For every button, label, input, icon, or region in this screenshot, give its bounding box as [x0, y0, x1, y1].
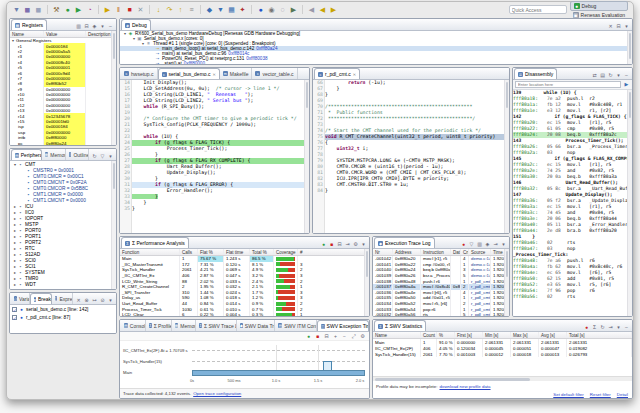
trace-config-link[interactable]: Open trace configuration — [193, 391, 241, 396]
clear-icon[interactable]: ⊟ — [336, 241, 343, 248]
stop-icon[interactable]: ■ — [328, 241, 335, 248]
zoom-out-icon[interactable]: − — [341, 333, 348, 340]
last-edit-icon[interactable]: ◀ — [307, 5, 316, 14]
export-icon[interactable]: ⇥ — [607, 324, 614, 331]
register-row[interactable]: pc0xfff80a24 — [10, 140, 116, 145]
start-trace-icon[interactable]: ● — [305, 333, 312, 340]
line-number-gutter[interactable]: 1415161718192021222324252627282930313233… — [120, 80, 132, 233]
clear-icon[interactable]: ⊟ — [323, 333, 330, 340]
footer-action-detail[interactable]: Detail — [617, 392, 628, 397]
view-menu-icon[interactable]: ▾ — [107, 153, 114, 160]
tab-hwsetup-c[interactable]: chwsetup.c — [121, 68, 158, 79]
fit-icon[interactable]: ⤢ — [350, 333, 357, 340]
tab-debug[interactable]: ◈Debug — [121, 19, 151, 30]
debug-scrollbar[interactable] — [627, 31, 632, 64]
close-icon[interactable]: ✕ — [353, 72, 356, 77]
columns-icon[interactable]: ▥ — [476, 241, 483, 248]
debug-tree-item[interactable]: ➝_start() at0xfff80000 — [120, 61, 632, 64]
tab-swv-trace-log[interactable]: ΣΣ SWV Trace Log — [196, 320, 236, 331]
perspective-debug[interactable]: ●Debug — [570, 1, 628, 11]
tab-swv-data-trace[interactable]: ◆SWV Data Trace — [237, 320, 276, 331]
view-menu-icon[interactable]: ▾ — [615, 72, 622, 79]
record-icon[interactable]: ● — [583, 324, 590, 331]
forward-icon[interactable]: ▶ — [329, 5, 338, 14]
record-icon[interactable]: ● — [460, 241, 467, 248]
editor-right-code[interactable]: 66676869707172737475767778798081828384 r… — [313, 80, 509, 233]
quick-access-input[interactable] — [509, 5, 567, 14]
tab-serial-bus-demo-c[interactable]: cserial_bus_demo.c✕ — [158, 68, 220, 79]
tab-console[interactable]: ▤Console — [121, 320, 146, 331]
tab-r-pdl-cmt-c[interactable]: cr_pdl_cmt.c✕ — [314, 68, 360, 79]
trace-icon[interactable]: ✦ — [238, 5, 247, 14]
export-icon[interactable]: ⇥ — [492, 241, 499, 248]
stats-row[interactable]: SysTick_Handler(15)20617.70 %0.0010030.0… — [373, 351, 632, 357]
reset-icon[interactable]: ◆ — [205, 5, 214, 14]
tab-disassembly[interactable]: ≣Disassembly — [514, 68, 557, 79]
view-menu-icon[interactable]: ▾ — [360, 241, 367, 248]
run-icon[interactable]: ▶ — [74, 5, 83, 14]
performance-row[interactable]: LCD_Clear60.22 %0.004 s0.3 %1 — [120, 312, 369, 316]
footer-action-reset-filter[interactable]: Reset filter — [590, 392, 611, 397]
memory-icon[interactable]: ▦ — [227, 5, 236, 14]
tab-expressions[interactable]: ∑Expressions — [52, 293, 73, 304]
configure-icon[interactable]: ⚙ — [352, 241, 359, 248]
tab-vector-table-c[interactable]: cvector_table.c — [252, 68, 297, 79]
pin-icon[interactable]: ◈ — [91, 23, 98, 30]
tab-performance-analysis[interactable]: ΣΣ Performance Analysis — [121, 237, 189, 248]
export-icon[interactable]: ⇥ — [344, 241, 351, 248]
line-number-gutter[interactable]: 66676869707172737475767778798081828384 — [313, 80, 325, 233]
refresh-icon[interactable]: ↻ — [599, 324, 606, 331]
tab-outline[interactable]: ≡Outline — [66, 149, 89, 160]
code-column[interactable]: return (-1u); }}/***********************… — [325, 80, 509, 233]
disconnect-icon[interactable]: ✕ — [136, 5, 145, 14]
performance-scrollbar[interactable] — [364, 249, 369, 316]
collapse-all-icon[interactable]: ⊟ — [615, 23, 622, 30]
tab-variables[interactable]: ◇Variables — [11, 293, 30, 304]
close-icon[interactable]: ✕ — [212, 72, 215, 77]
disassembly-line[interactable]: fff80a56:02rts — [513, 294, 632, 300]
view-menu-icon[interactable]: ▾ — [615, 324, 622, 331]
tracelog-scrollbar[interactable] — [504, 249, 509, 316]
save-icon[interactable]: ◼ — [23, 5, 32, 14]
back-icon[interactable]: ◀ — [318, 5, 327, 14]
link-with-editor-icon[interactable]: ⇄ — [591, 72, 598, 79]
view-menu-icon[interactable]: ▾ — [107, 297, 114, 304]
step-into-icon[interactable]: ↓ — [154, 5, 163, 14]
peripherals-scrollbar[interactable] — [111, 161, 116, 289]
suspend-icon[interactable]: ‖ — [114, 5, 123, 14]
build-icon[interactable]: ⚒ — [52, 5, 61, 14]
instruction-step-icon[interactable]: ≡ — [187, 5, 196, 14]
view-menu-icon[interactable]: ▾ — [623, 23, 630, 30]
refresh-icon[interactable]: ↻ — [607, 72, 614, 79]
tab-breakpoints[interactable]: ●Breakpoints — [30, 293, 52, 304]
filter-icon[interactable]: ▽ — [99, 153, 106, 160]
editor-left-code[interactable]: 1415161718192021222324252627282930313233… — [120, 80, 309, 233]
settings-icon[interactable]: ⚙ — [359, 333, 366, 340]
tab-execution-trace-log[interactable]: ◆Execution Trace Log — [374, 237, 435, 248]
collapse-all-icon[interactable]: ⊟ — [83, 23, 90, 30]
profile-icon[interactable]: ◔ — [85, 5, 94, 14]
debug-icon[interactable]: ● — [63, 5, 72, 14]
disassembly-scrollbar[interactable] — [627, 90, 632, 316]
lock-icon[interactable]: ◈ — [484, 241, 491, 248]
new-file-icon[interactable]: ▼ — [12, 5, 21, 14]
tab-registers[interactable]: ▦Registers — [11, 19, 47, 30]
tab-makefile[interactable]: mMakefile — [220, 68, 253, 79]
tracelog-row[interactable]: -0010320xfff80a56rts5r_pdl_cmt.c:911.920… — [373, 312, 509, 316]
breakpoint-item[interactable]: ✓●r_pdl_cmt.c [line: 87] — [10, 313, 116, 321]
download-profile-link[interactable]: download new profile data — [440, 384, 491, 389]
tab-swv-statistics[interactable]: ΣΣ SWV Statistics — [374, 320, 426, 331]
exception-timeline-chart[interactable]: IIC_CMTInt_Ex(2F) Δt = 1.70709 sSysTick_… — [120, 341, 369, 388]
tree-item[interactable]: ▸▪WDT — [10, 281, 116, 287]
tab-swv-itm-console[interactable]: ▤SWV ITM Console — [275, 320, 316, 331]
go-to-address-icon[interactable]: ▶ — [623, 81, 630, 88]
new-breakpoint-icon[interactable]: ● — [256, 5, 265, 14]
breakpoint-checkbox[interactable]: ✓ — [12, 315, 17, 320]
search-icon[interactable]: ◌ — [278, 5, 287, 14]
editor-scrollbar[interactable] — [304, 80, 309, 233]
editor-scrollbar[interactable] — [504, 80, 509, 233]
registers-scrollbar[interactable] — [111, 31, 116, 145]
remove-icon[interactable]: ✕ — [75, 297, 82, 304]
minimize-icon[interactable]: – — [623, 324, 630, 331]
start-icon[interactable]: ● — [320, 241, 327, 248]
